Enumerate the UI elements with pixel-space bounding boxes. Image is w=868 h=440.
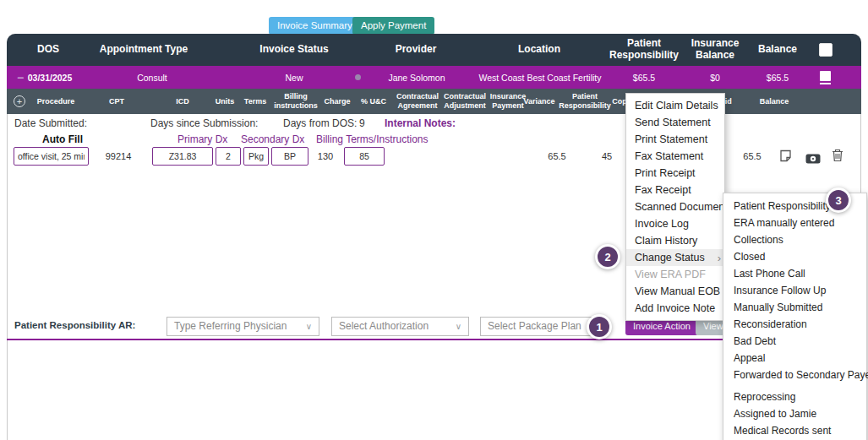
lh-icd: ICD [166,89,199,114]
units-input[interactable] [216,147,241,166]
menu-item-print-receipt[interactable]: Print Receipt [626,165,724,182]
menu-item-send-statement[interactable]: Send Statement [626,114,724,131]
icd-input[interactable] [152,147,213,166]
cpt-value: 99214 [101,147,135,166]
trash-icon[interactable] [832,149,843,166]
charge-value: 130 [313,147,338,166]
menu-item-view-manual-eob[interactable]: View Manual EOB [626,283,724,300]
billing-instructions-input[interactable] [271,147,308,166]
submenu-item-medical-records-sent[interactable]: Medical Records sent [723,422,866,439]
step-badge-1: 1 [587,314,612,340]
invoice-insurance-balance: $0 [694,66,736,89]
menu-item-change-status[interactable]: Change Status › [626,249,724,266]
note-icon[interactable] [779,149,792,166]
col-dos: DOS [27,34,69,66]
balance-value: 65.5 [735,147,769,166]
authorization-placeholder: Select Authorization [339,320,429,332]
submenu-item-manually-submitted[interactable]: Manually Submitted [723,299,866,316]
patient-responsibility-ar-label: Patient Responsibility AR: [14,320,135,330]
menu-item-add-invoice-note[interactable]: Add Invoice Note [626,300,724,317]
package-plan-placeholder: Select Package Plan [488,320,581,332]
auto-fill-label[interactable]: Auto Fill [42,133,83,145]
invoice-dos: 03/31/2025 [16,66,84,89]
lh-variance: Variance [518,89,560,114]
terms-input[interactable] [243,147,269,166]
lh-units: Units [210,89,239,114]
invoice-action-menu: Edit Claim Details Send Statement Print … [625,93,725,321]
lh-charge: Charge [319,89,356,114]
days-from-dos-value: 9 [359,117,365,129]
lh-terms: Terms [240,89,270,114]
col-insurance-balance: Insurance Balance [683,34,747,66]
select-all-checkbox[interactable] [819,43,833,57]
col-provider: Provider [382,34,450,66]
uc-percent-input[interactable] [344,147,385,166]
menu-item-print-statement[interactable]: Print Statement [626,131,724,148]
chevron-down-icon: ∨ [456,318,461,335]
menu-item-scanned-document[interactable]: Scanned Document [626,198,724,215]
patient-responsibility-value: 65.5 [540,147,574,166]
days-from-dos-label: Days from DOS: [283,117,357,129]
invoice-location: West Coast Best Coast Fertility [451,66,629,89]
submenu-item-last-phone-call[interactable]: Last Phone Call [723,265,866,282]
submenu-item-reconsideration[interactable]: Reconsideration [723,316,866,333]
invoice-status: New [269,66,319,89]
chevron-down-icon: ∨ [306,318,312,335]
invoice-management-screen: Invoice Summary Apply Payment DOS Appoin… [0,0,868,440]
step-badge-2: 2 [595,244,620,269]
date-submitted-label: Date Submitted: [14,117,87,129]
menu-item-edit-claim-details[interactable]: Edit Claim Details [626,97,724,114]
submenu-item-era-manually-entered[interactable]: ERA manually entered [723,215,866,231]
col-balance: Balance [752,34,803,66]
procedure-input[interactable] [14,147,89,166]
step-badge-3: 3 [826,187,851,213]
authorization-dropdown[interactable]: Select Authorization ∨ [331,317,469,336]
lh-cpt: CPT [100,89,134,114]
submenu-item-assigned-to-jamie[interactable]: Assigned to Jamie [723,405,866,422]
billing-terms-label[interactable]: Billing Terms/Instructions [316,133,429,145]
invoice-provider: Jane Solomon [374,66,459,89]
referring-physician-placeholder: Type Referring Physician [174,320,287,332]
chevron-right-icon: › [718,252,721,264]
apply-payment-button[interactable]: Apply Payment [352,17,434,35]
lh-balance: Balance [753,89,795,114]
lh-uc-percent: % U&C [356,89,391,114]
submenu-item-bad-debt[interactable]: Bad Debt [723,333,866,350]
submenu-item-insurance-follow-up[interactable]: Insurance Follow Up [723,282,866,299]
status-indicator-dot [355,74,361,80]
col-invoice-status: Invoice Status [248,34,341,66]
col-appointment-type: Appointment Type [89,34,199,66]
menu-item-view-era-pdf: View ERA PDF [626,266,724,283]
submenu-item-reprocessing[interactable]: Reprocessing [723,388,866,405]
package-plan-dropdown[interactable]: Select Package Plan [480,317,603,336]
row-checkbox-icon[interactable] [820,71,831,81]
lh-contractual-agreement: Contractual Agreement [390,89,445,114]
lh-billing-instructions: Billing instructions [270,89,322,114]
secondary-dx-label[interactable]: Secondary Dx [241,133,304,145]
referring-physician-dropdown[interactable]: Type Referring Physician ∨ [167,317,319,336]
add-line-icon[interactable]: + [14,95,25,107]
invoice-appointment-type: Consult [118,66,186,89]
lh-patient-responsibility: Patient Responsibility [558,89,612,114]
submenu-item-closed[interactable]: Closed [723,248,866,265]
menu-item-fax-receipt[interactable]: Fax Receipt [626,182,724,198]
days-since-submission-label: Days since Submission: [150,117,258,129]
col-patient-responsibility: Patient Responsibility [602,34,686,66]
col-location: Location [501,34,577,66]
invoice-balance: $65.5 [752,66,803,89]
change-status-label: Change Status [635,252,705,263]
invoice-summary-button[interactable]: Invoice Summary [269,17,361,35]
submenu-item-collections[interactable]: Collections [723,231,866,248]
menu-item-claim-history[interactable]: Claim History [626,232,724,249]
menu-item-fax-statement[interactable]: Fax Statement [626,148,724,165]
submenu-item-appeal[interactable]: Appeal [723,350,866,367]
change-status-submenu: Patient Responsibility ERA manually ente… [723,193,867,440]
internal-notes-label: Internal Notes: [385,117,456,129]
submenu-item-forwarded-to-secondary-payer[interactable]: Forwarded to Secondary Payer [723,367,866,383]
primary-dx-label[interactable]: Primary Dx [177,133,227,145]
copay-value: 45 [590,147,624,166]
invoice-patient-responsibility: $65.5 [619,66,669,89]
menu-item-invoice-log[interactable]: Invoice Log [626,215,724,232]
lh-procedure: Procedure [30,89,81,114]
cash-icon[interactable] [805,152,821,167]
